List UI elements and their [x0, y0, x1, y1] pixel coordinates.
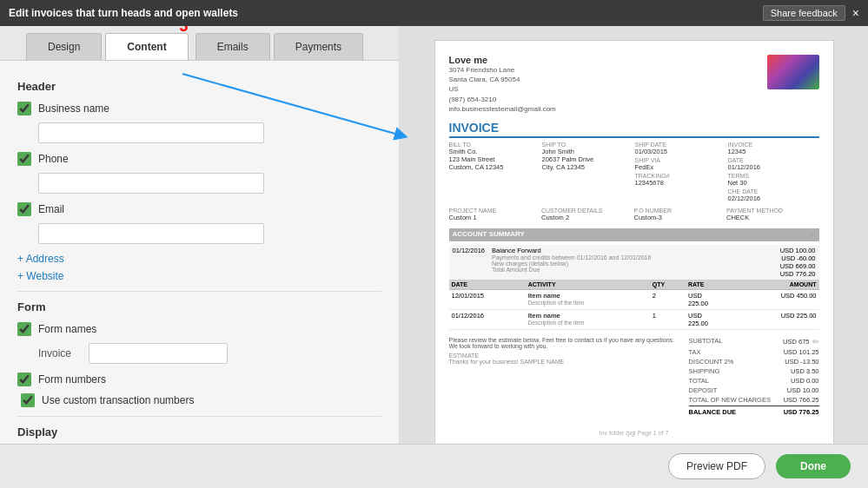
subtotal-edit-icon[interactable]: ✏	[812, 337, 819, 346]
invoice-footer: Inv folder /pgl Page 1 of 7	[449, 430, 819, 436]
close-button[interactable]: ×	[852, 6, 859, 20]
form-numbers-row: Form numbers	[17, 373, 381, 386]
custom-numbers-row: Use custom transaction numbers	[17, 393, 381, 407]
row1-amount: USD 450.00	[737, 289, 819, 309]
tab-payments[interactable]: Payments	[274, 33, 363, 60]
row1-rate: USD225.00	[686, 289, 737, 309]
form-section: Form Form names Invoice Invoice Form num…	[17, 300, 381, 407]
account-edit-icon[interactable]: ✏	[809, 230, 816, 240]
phone-input[interactable]: 9876543210	[38, 173, 264, 194]
total-row: TOTAL USD 0.00	[689, 377, 819, 385]
table-row: 12/01/2015 Item name Description of the …	[449, 289, 819, 309]
title-bar: Edit invoices that turn heads and open w…	[0, 0, 868, 26]
form-numbers-checkbox[interactable]	[17, 373, 31, 386]
form-numbers-label: Form numbers	[38, 373, 106, 386]
right-panel: Love me 3074 Friendsho Lane Santa Clara,…	[400, 26, 868, 444]
row2-date: 01/12/2016	[449, 309, 526, 329]
col-qty: QTY	[650, 280, 686, 290]
table-row: 01/12/2016 Item name Description of the …	[449, 309, 819, 329]
app-window: Edit invoices that turn heads and open w…	[0, 0, 868, 488]
header-section-title: Header	[17, 80, 381, 93]
bill-to-block: BILL TO Smith Co. 123 Main Street Custom…	[449, 142, 540, 202]
add-website-link[interactable]: + Website	[17, 270, 381, 282]
account-summary-section: ACCOUNT SUMMARY ✏ 01/12/2016 Balance For…	[449, 228, 819, 280]
add-address-link[interactable]: + Address	[17, 253, 381, 265]
invoice-company-name: Love me	[449, 55, 556, 65]
ship-to-block: SHIP TO John Smith 20637 Palm Drive City…	[542, 142, 633, 202]
ship-info-block: SHIP DATE 01/03/2015 SHIP VIA FedEx TRAC…	[635, 142, 726, 202]
deposit-row: DEPOSIT USD 10.00	[689, 386, 819, 394]
invoice-totals: SUBTOTAL USD 675 ✏ TAX USD 101.25 DISCOU…	[689, 337, 819, 416]
acct-desc: Balance Forward Payments and credits bet…	[492, 247, 773, 278]
invoice-logo	[767, 55, 819, 89]
tab-bar: Design Content 3 Emails Payments	[0, 26, 399, 61]
payment-method-field: PAYMENT METHOD CHECK	[726, 208, 819, 221]
tab-design[interactable]: Design	[26, 33, 102, 60]
custom-numbers-checkbox[interactable]	[21, 393, 35, 407]
invoice-preview: Love me 3074 Friendsho Lane Santa Clara,…	[434, 40, 834, 444]
share-feedback-button[interactable]: Share feedback	[763, 5, 845, 21]
phone-checkbox[interactable]	[17, 152, 31, 166]
new-charges-row: TOTAL OF NEW CHARGES USD 766.25	[689, 396, 819, 404]
invoice-form-label: Invoice	[38, 347, 82, 359]
email-checkbox[interactable]	[17, 202, 31, 216]
row2-rate: USD225.00	[686, 309, 737, 329]
invoice-custom-fields: PROJECT NAME Custom 1 CUSTOMER DETAILS C…	[449, 208, 819, 221]
account-summary-row: 01/12/2016 Balance Forward Payments and …	[449, 245, 819, 280]
left-scroll-area: Header Business name Love me Phone 98765…	[0, 61, 399, 444]
invoice-company-info: Love me 3074 Friendsho Lane Santa Clara,…	[449, 55, 556, 114]
annotation-3: 3	[180, 26, 189, 36]
business-name-input[interactable]: Love me	[38, 122, 264, 143]
invoice-address: 3074 Friendsho Lane Santa Clara, CA 9505…	[449, 65, 556, 114]
main-content: Design Content 3 Emails Payments Header …	[0, 26, 868, 444]
project-field: PROJECT NAME Custom 1	[449, 208, 542, 221]
acct-amounts: USD 100.00 USD -60.00 USD 669.00 USD 776…	[780, 247, 816, 278]
invoice-table: DATE ACTIVITY QTY RATE AMOUNT 12/01/2015…	[449, 280, 819, 330]
window-title: Edit invoices that turn heads and open w…	[9, 7, 238, 19]
acct-balance: Balance Forward	[492, 247, 773, 254]
form-names-checkbox[interactable]	[17, 322, 31, 336]
done-button[interactable]: Done	[776, 454, 851, 478]
title-bar-actions: Share feedback ×	[763, 5, 859, 21]
invoice-name-input[interactable]: Invoice	[89, 343, 228, 364]
invoice-title: INVOICE	[449, 121, 819, 138]
discount-row: DISCOUNT 2% USD -13.50	[689, 358, 819, 366]
row2-activity: Item name Description of the item	[526, 309, 650, 329]
form-names-row: Form names	[17, 322, 381, 336]
header-section: Header Business name Love me Phone 98765…	[17, 80, 381, 282]
preview-pdf-button[interactable]: Preview PDF	[668, 453, 765, 479]
phone-label: Phone	[38, 153, 69, 165]
display-section: Display Billing address Shipping Terms	[17, 425, 381, 444]
balance-row: BALANCE DUE USD 776.25	[689, 406, 819, 416]
account-summary-header: ACCOUNT SUMMARY ✏	[449, 228, 819, 241]
business-name-row: Business name	[17, 102, 381, 115]
business-name-checkbox[interactable]	[17, 102, 31, 115]
email-row: Email	[17, 202, 381, 216]
divider-2	[17, 416, 381, 417]
row1-activity: Item name Description of the item	[526, 289, 650, 309]
col-activity: ACTIVITY	[526, 280, 650, 290]
email-label: Email	[38, 203, 64, 215]
divider-1	[17, 291, 381, 292]
row2-amount: USD 225.00	[737, 309, 819, 329]
invoice-address-grid: BILL TO Smith Co. 123 Main Street Custom…	[449, 142, 819, 202]
tax-row: TAX USD 101.25	[689, 348, 819, 356]
email-input[interactable]: pretty.businesstestemail@gmail.com	[38, 223, 264, 244]
phone-row: Phone	[17, 152, 381, 166]
notes-text: Please review the estimate below. Feel f…	[449, 337, 675, 349]
bottom-actions: Preview PDF Done	[668, 453, 851, 479]
tab-content[interactable]: Content	[105, 33, 188, 60]
invoice-header-row: Love me 3074 Friendsho Lane Santa Clara,…	[449, 55, 819, 114]
business-name-label: Business name	[38, 102, 109, 115]
invoice-number-block: INVOICE 12345 DATE 01/12/2016 TERMS Net …	[728, 142, 819, 202]
col-rate: RATE	[686, 280, 737, 290]
customer-field: CUSTOMER DETAILS Custom 2	[541, 208, 634, 221]
acct-date: 01/12/2016	[453, 247, 486, 278]
display-section-title: Display	[17, 425, 381, 439]
subtotal-row: SUBTOTAL USD 675 ✏	[689, 337, 819, 346]
acct-full-desc: Payments and credits between 01/12/2016 …	[492, 254, 773, 273]
custom-numbers-label: Use custom transaction numbers	[42, 394, 194, 406]
invoice-bottom: Please review the estimate below. Feel f…	[449, 337, 819, 416]
tab-emails[interactable]: Emails	[195, 33, 270, 60]
estimate-text: Thanks for your business! SAMPLE NAME	[449, 359, 675, 365]
